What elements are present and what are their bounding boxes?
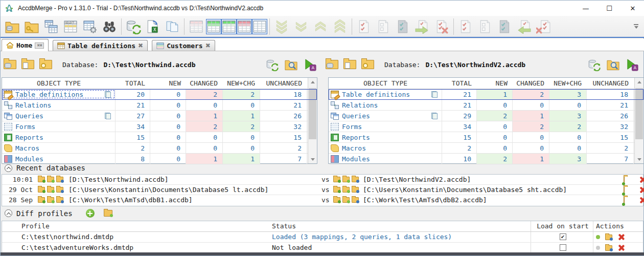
find-button[interactable] xyxy=(100,17,119,36)
filter-deleted-button[interactable] xyxy=(237,19,252,34)
filter-unchanged-button[interactable] xyxy=(252,19,267,34)
open-with-password-button[interactable] xyxy=(22,17,41,36)
object-row-forms[interactable]: Forms 34 0 2 2 32 xyxy=(2,121,317,132)
open-right-icon[interactable] xyxy=(342,177,350,182)
refresh-database-icon[interactable] xyxy=(266,58,279,71)
reopen-pair-icon[interactable] xyxy=(333,177,340,182)
reopen-pair-icon[interactable] xyxy=(38,187,45,193)
check-items2-button[interactable] xyxy=(456,17,475,36)
recent-row[interactable]: 10:01 [D:\Test\Northwind.accdb] vs [D:\T… xyxy=(2,175,643,185)
uncheck-items2-button[interactable] xyxy=(475,17,495,36)
remove-profile-icon[interactable] xyxy=(617,233,625,241)
copy-objects-icon[interactable] xyxy=(105,91,111,98)
tab-home[interactable]: Home ✖✖ xyxy=(2,39,49,51)
browse-profile-icon[interactable] xyxy=(605,234,612,240)
open-with-password-icon[interactable] xyxy=(361,60,374,69)
move-down-button[interactable] xyxy=(291,17,311,36)
browse-right-icon[interactable] xyxy=(352,187,359,193)
close-tab-icon[interactable]: ✖ xyxy=(205,42,211,49)
open-right-icon[interactable] xyxy=(342,187,350,193)
copy-objects-button[interactable] xyxy=(41,17,61,36)
browse-left-icon[interactable] xyxy=(56,197,63,203)
filter-changed-button[interactable] xyxy=(221,19,237,34)
copy-objects-icon[interactable] xyxy=(431,113,438,119)
object-row-reports[interactable]: Reports 15 0 0 0 15 xyxy=(329,132,643,143)
recent-row[interactable]: 28 Sep [C:\Work\Test\AmTsd\dbB1.accdb] v… xyxy=(2,195,643,205)
browse-database-icon[interactable] xyxy=(285,58,297,71)
open-profile-icon[interactable] xyxy=(104,210,112,217)
open-source-database-button[interactable] xyxy=(3,17,22,36)
open-database-icon[interactable] xyxy=(4,60,16,69)
move-up-button[interactable] xyxy=(311,17,330,36)
collapse-section-icon[interactable] xyxy=(5,164,12,172)
reopen-pair-icon[interactable] xyxy=(333,197,340,203)
tab-table-definitions[interactable]: Table definitions ✖ xyxy=(53,40,148,51)
recent-row[interactable]: 29 Oct [C:\Users\Konstantin\Documents\Da… xyxy=(2,185,643,195)
scroll-up-icon[interactable] xyxy=(308,78,317,86)
open-left-icon[interactable] xyxy=(47,197,54,203)
reopen-pair-icon[interactable] xyxy=(38,177,45,182)
object-row-modules[interactable]: Modules 10 2 1 3 7 xyxy=(329,154,643,164)
object-row-relations[interactable]: Relations 21 0 0 0 21 xyxy=(2,100,317,111)
apply-right-button[interactable] xyxy=(412,17,432,36)
tab-customers[interactable]: Customers ✖ xyxy=(152,40,215,51)
browse-left-icon[interactable] xyxy=(56,177,63,182)
apply-left-button[interactable] xyxy=(514,17,534,36)
swap-sides-icon[interactable] xyxy=(624,176,625,185)
object-row-modules[interactable]: Modules 8 0 1 1 7 xyxy=(2,154,317,164)
reopen-pair-icon[interactable] xyxy=(38,197,45,203)
browse-right-icon[interactable] xyxy=(352,177,359,182)
open-file-icon[interactable] xyxy=(21,60,34,69)
copy-objects-icon[interactable] xyxy=(105,113,111,119)
reopen-pair-icon[interactable] xyxy=(333,187,340,193)
scroll-up-icon[interactable] xyxy=(635,78,643,86)
scroll-down-icon[interactable] xyxy=(635,155,643,163)
open-right-icon[interactable] xyxy=(342,197,350,203)
filter-all-faded-button[interactable] xyxy=(187,17,206,36)
remove-profile-icon[interactable] xyxy=(617,244,625,251)
open-left-icon[interactable] xyxy=(47,187,54,193)
move-down-all-button[interactable] xyxy=(272,17,291,36)
check-dark-button[interactable] xyxy=(393,17,412,36)
object-row-queries[interactable]: Queries 29 2 1 3 26 xyxy=(329,111,643,121)
object-row-queries[interactable]: Queries 27 0 1 1 26 xyxy=(2,111,317,121)
close-all-tabs-icon[interactable]: ✖✖ xyxy=(35,42,44,49)
open-with-password-icon[interactable] xyxy=(39,60,52,69)
move-up-all-button[interactable] xyxy=(330,17,350,36)
open-in-access-icon[interactable]: A xyxy=(626,58,638,71)
export-excel-button[interactable]: X xyxy=(143,17,163,36)
object-row-relations[interactable]: Relations 21 0 0 0 21 xyxy=(329,100,643,111)
load-on-start-checkbox[interactable]: ✔ xyxy=(560,233,566,240)
table-options-button[interactable] xyxy=(80,17,100,36)
load-on-start-checkbox[interactable] xyxy=(560,244,566,251)
object-row-macros[interactable]: Macros 2 0 0 0 2 xyxy=(2,143,317,154)
minimize-button[interactable]: — xyxy=(574,1,597,16)
open-left-icon[interactable] xyxy=(47,177,54,182)
open-file-icon[interactable] xyxy=(343,60,356,69)
collapse-section-icon[interactable] xyxy=(5,209,12,217)
object-row-table-definitions[interactable]: Table definitions 21 1 2 3 18 xyxy=(329,89,643,100)
check-dark2-button[interactable] xyxy=(495,17,514,36)
cancel-checks2-button[interactable] xyxy=(534,17,553,36)
scroll-down-icon[interactable] xyxy=(308,155,317,163)
swap-sides-icon[interactable] xyxy=(624,186,625,195)
close-tab-icon[interactable]: ✖ xyxy=(138,42,143,49)
copy-document-button[interactable] xyxy=(163,17,182,36)
copy-objects-icon[interactable] xyxy=(431,91,438,98)
close-button[interactable]: ✕ xyxy=(621,1,644,16)
cancel-checks-button[interactable] xyxy=(432,17,451,36)
check-items-button[interactable] xyxy=(354,17,374,36)
browse-right-icon[interactable] xyxy=(352,197,359,203)
toolbar-overflow-button[interactable] xyxy=(634,24,638,29)
add-profile-icon[interactable] xyxy=(86,209,95,218)
open-database-icon[interactable] xyxy=(326,60,338,69)
profile-row[interactable]: C:\test\adventureWorks.dmtdp Not loaded xyxy=(2,243,643,253)
object-row-reports[interactable]: Reports 15 0 0 0 15 xyxy=(2,132,317,143)
refresh-database-icon[interactable] xyxy=(588,58,601,71)
filter-new-button[interactable] xyxy=(206,19,221,34)
uncheck-items-button[interactable] xyxy=(374,17,393,36)
swap-sides-icon[interactable] xyxy=(624,197,625,205)
refresh-databases-button[interactable] xyxy=(124,17,143,36)
object-row-forms[interactable]: Forms 34 0 2 2 32 xyxy=(329,121,643,132)
open-in-access-icon[interactable]: A xyxy=(304,58,316,71)
